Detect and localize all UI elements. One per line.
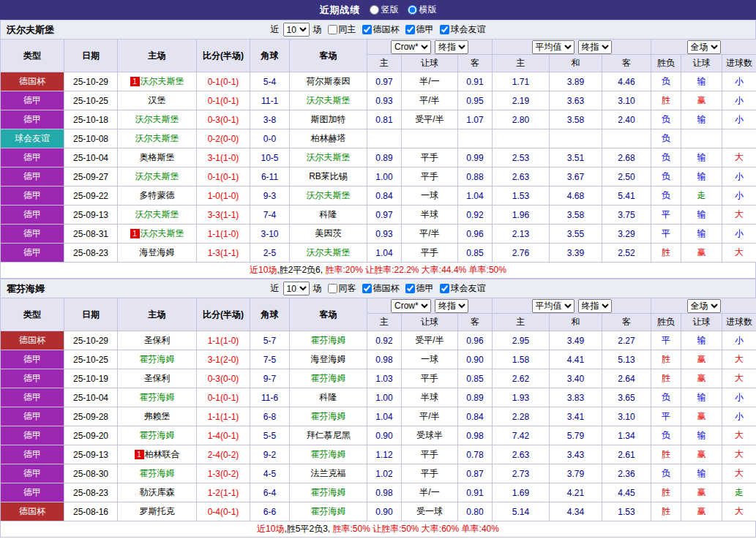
rank-badge: 1 xyxy=(135,450,144,459)
home-team-name[interactable]: 霍芬海姆 xyxy=(140,430,175,440)
home-team-name[interactable]: 沃尔夫斯堡 xyxy=(135,171,179,181)
home-team-name[interactable]: 汉堡 xyxy=(149,95,166,105)
same-venue-option[interactable]: 同主 xyxy=(324,23,356,36)
home-team-cell: 汉堡 xyxy=(118,91,197,110)
home-team-name[interactable]: 霍芬海姆 xyxy=(140,392,175,402)
horizontal-radio[interactable] xyxy=(408,5,417,15)
home-team-name[interactable]: 多特蒙德 xyxy=(140,190,175,200)
handicap-away-odds-cell: 0.80 xyxy=(458,502,493,521)
away-team-name[interactable]: 沃尔夫斯堡 xyxy=(307,247,351,257)
handicap-odds-time-select[interactable]: 终指 xyxy=(435,40,468,54)
league-type-cell: 德甲 xyxy=(1,91,64,110)
home-team-name[interactable]: 霍芬海姆 xyxy=(140,354,175,364)
avg-odds-select[interactable]: 平均值 xyxy=(532,40,575,54)
away-team-name[interactable]: 拜仁慕尼黑 xyxy=(307,430,351,440)
vertical-radio[interactable] xyxy=(370,5,379,15)
league-friendly-checkbox[interactable] xyxy=(440,284,449,293)
home-team-name[interactable]: 海登海姆 xyxy=(140,247,175,257)
home-team-name[interactable]: 圣保利 xyxy=(144,335,171,345)
away-team-name[interactable]: 斯图加特 xyxy=(311,114,346,124)
away-team-name[interactable]: 霍芬海姆 xyxy=(311,411,346,421)
league-cup-option[interactable]: 德国杯 xyxy=(359,23,400,36)
league-bundesliga-checkbox[interactable] xyxy=(405,25,415,34)
away-team-name[interactable]: 霍芬海姆 xyxy=(311,449,346,459)
avg-away-odds-cell: 3.10 xyxy=(602,91,651,110)
corner-cell: 6-6 xyxy=(250,502,290,521)
home-team-cell: 多特蒙德 xyxy=(118,186,197,206)
league-friendly-checkbox[interactable] xyxy=(440,25,449,34)
corner-cell: 9-3 xyxy=(250,186,290,206)
home-team-name[interactable]: 沃尔夫斯堡 xyxy=(135,114,179,124)
bookmaker-select[interactable]: Crow* xyxy=(391,40,431,54)
away-team-name[interactable]: 霍芬海姆 xyxy=(311,487,346,497)
away-team-name[interactable]: 科隆 xyxy=(320,209,337,219)
sub-header-handicap-line: 让球 xyxy=(402,55,458,72)
avg-away-odds-cell: 4.45 xyxy=(602,483,651,502)
away-team-cell: 法兰克福 xyxy=(290,464,367,483)
away-team-name[interactable]: 美因茨 xyxy=(315,228,342,238)
same-venue-checkbox[interactable] xyxy=(328,25,337,34)
layout-vertical-option[interactable]: 竖版 xyxy=(370,4,399,16)
handicap-result-cell: 输 xyxy=(681,110,722,129)
home-team-name[interactable]: 沃尔夫斯堡 xyxy=(135,133,179,143)
away-team-name[interactable]: 霍芬海姆 xyxy=(311,373,346,383)
same-venue-checkbox[interactable] xyxy=(328,284,337,293)
away-team-name[interactable]: 霍芬海姆 xyxy=(311,335,346,345)
score-cell: 1-1(1-1) xyxy=(197,407,250,426)
away-team-name[interactable]: RB莱比锡 xyxy=(309,171,348,181)
league-friendly-option[interactable]: 球会友谊 xyxy=(436,282,486,295)
league-cup-checkbox[interactable] xyxy=(362,284,372,293)
away-team-name[interactable]: 霍芬海姆 xyxy=(311,506,346,516)
home-team-name[interactable]: 罗斯托克 xyxy=(140,506,175,516)
home-team-name[interactable]: 弗赖堡 xyxy=(144,411,171,421)
away-team-name[interactable]: 沃尔夫斯堡 xyxy=(307,190,351,200)
away-team-name[interactable]: 沃尔夫斯堡 xyxy=(307,95,351,105)
home-team-name[interactable]: 柏林联合 xyxy=(145,449,180,459)
home-team-name[interactable]: 奥格斯堡 xyxy=(140,152,175,162)
home-team-name[interactable]: 霍芬海姆 xyxy=(140,468,175,478)
away-team-name[interactable]: 荷尔斯泰因 xyxy=(307,76,351,86)
handicap-away-odds-cell: 0.98 xyxy=(458,426,493,445)
away-team-name[interactable]: 科隆 xyxy=(320,392,337,402)
home-team-name[interactable]: 圣保利 xyxy=(144,373,171,383)
summary-segment: 让胜率:22.2% xyxy=(363,264,419,276)
home-team-name[interactable]: 沃尔夫斯堡 xyxy=(135,209,179,219)
away-team-name[interactable]: 海登海姆 xyxy=(311,354,346,364)
bookmaker-select[interactable]: Crow* xyxy=(391,299,431,313)
away-team-cell: 霍芬海姆 xyxy=(290,369,367,388)
avg-home-odds-cell: 7.42 xyxy=(493,426,550,445)
period-select[interactable]: 全场 xyxy=(687,299,721,313)
recent-count-select[interactable]: 10 xyxy=(283,23,310,37)
away-team-name[interactable]: 法兰克福 xyxy=(311,468,346,478)
sub-header-avg-home: 主 xyxy=(493,55,550,72)
league-cup-option[interactable]: 德国杯 xyxy=(359,282,400,295)
goals-result-cell: 大 xyxy=(722,502,756,521)
home-team-name[interactable]: 沃尔夫斯堡 xyxy=(141,76,184,86)
games-label: 场 xyxy=(313,23,322,36)
avg-odds-time-select[interactable]: 终指 xyxy=(578,299,612,313)
corner-cell: 0-0 xyxy=(250,129,290,148)
score-cell: 0-2(0-0) xyxy=(197,129,250,148)
avg-away-odds-cell: 1.34 xyxy=(602,426,651,445)
handicap-home-odds-cell: 0.90 xyxy=(367,502,402,521)
home-team-name[interactable]: 沃尔夫斯堡 xyxy=(141,228,184,238)
league-bundesliga-option[interactable]: 德甲 xyxy=(402,282,434,295)
league-friendly-option[interactable]: 球会友谊 xyxy=(436,23,486,36)
handicap-line-cell: 半球 xyxy=(402,206,458,225)
home-team-name[interactable]: 勒沃库森 xyxy=(140,487,175,497)
layout-horizontal-option[interactable]: 横版 xyxy=(408,4,437,16)
league-cup-checkbox[interactable] xyxy=(362,25,372,34)
same-venue-option[interactable]: 同客 xyxy=(324,282,356,295)
avg-away-odds-cell: 3.10 xyxy=(602,407,651,426)
goals-result-cell: 大 xyxy=(722,445,756,464)
avg-odds-time-select[interactable]: 终指 xyxy=(578,40,612,54)
league-bundesliga-option[interactable]: 德甲 xyxy=(402,23,434,36)
period-select[interactable]: 全场 xyxy=(687,40,721,54)
away-team-name[interactable]: 柏林赫塔 xyxy=(311,133,346,143)
handicap-odds-time-select[interactable]: 终指 xyxy=(435,299,468,313)
recent-count-select[interactable]: 10 xyxy=(283,282,310,295)
league-bundesliga-checkbox[interactable] xyxy=(405,284,415,293)
avg-odds-select[interactable]: 平均值 xyxy=(532,299,575,313)
away-team-name[interactable]: 沃尔夫斯堡 xyxy=(307,152,351,162)
match-row: 德甲 25-09-28 弗赖堡 1-1(1-1) 6-8 霍芬海姆 1.04 平… xyxy=(1,407,756,426)
